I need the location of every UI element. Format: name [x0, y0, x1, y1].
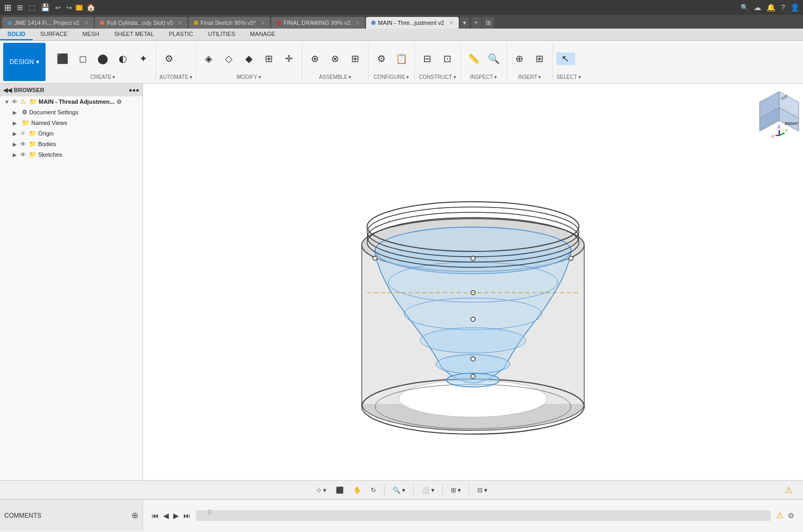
modify-group-label[interactable]: MODIFY ▾ — [199, 74, 299, 81]
cloud-icon[interactable]: ☁ — [752, 3, 763, 12]
redo-icon[interactable]: ↪ — [65, 4, 74, 12]
fit-view-btn[interactable]: ⬛ — [333, 485, 347, 495]
tree-toggle-sketches[interactable]: ▶ — [13, 152, 20, 158]
tree-toggle-namedviews[interactable]: ▶ — [13, 120, 20, 126]
configure-btn[interactable]: ⚙ — [372, 52, 391, 65]
tab-fullcylinder[interactable]: Full Cylinda...ody Slot) v5 ✕ — [95, 17, 188, 29]
timeline-next-btn[interactable]: ⏭ — [183, 511, 191, 520]
account-icon[interactable]: 👤 — [789, 3, 801, 12]
ribbon-tab-plastic[interactable]: PLASTIC — [162, 29, 201, 40]
tab-menu-icon[interactable]: ⊞ — [483, 17, 494, 29]
visibility-icon-sketches[interactable]: 👁 — [20, 151, 26, 158]
viewport[interactable]: RIGHT TOP Z X Y — [143, 84, 803, 480]
notification-icon[interactable]: 🔔 — [765, 3, 777, 12]
orbit-btn[interactable]: ⊹ ▾ — [313, 485, 329, 495]
tab-more-btn[interactable]: ▾ — [460, 17, 469, 29]
joint-btn[interactable]: ⊕ — [306, 52, 325, 65]
visibility-icon-origin[interactable]: 👁 — [20, 130, 26, 137]
snap-btn[interactable]: ⊟ ▾ — [474, 485, 490, 495]
automate-group-label[interactable]: AUTOMATE ▾ — [159, 74, 192, 81]
timeline-start-btn[interactable]: ⏮ — [151, 511, 159, 520]
layers-icon[interactable]: ⬚ — [27, 3, 37, 12]
timeline-settings-btn[interactable]: ⚙ — [788, 511, 795, 520]
ribbon-tab-mesh[interactable]: MESH — [75, 29, 107, 40]
orbit-free-btn[interactable]: ↻ — [368, 485, 379, 495]
shell-btn[interactable]: ⊞ — [260, 52, 279, 65]
sweep-btn[interactable]: ◐ — [113, 52, 132, 65]
browser-collapse-icon[interactable]: ◀◀ — [3, 87, 12, 94]
motion-btn[interactable]: ⊞ — [346, 52, 365, 65]
help-icon[interactable]: ? — [779, 3, 787, 12]
grid-btn[interactable]: ⊞ ▾ — [448, 485, 464, 495]
ribbon-tab-solid[interactable]: SOLID — [0, 29, 33, 40]
tree-item-origin[interactable]: ▶ 👁 📁 Origin — [0, 128, 142, 139]
tab-main[interactable]: MAIN - Thre...justment v2 ✕ — [366, 17, 459, 29]
measure-btn[interactable]: 📏 — [464, 52, 483, 65]
nav-cube[interactable]: RIGHT TOP Z X Y — [755, 89, 798, 137]
visibility-icon-bodies[interactable]: 👁 — [20, 141, 26, 147]
interference-btn[interactable]: 🔍 — [484, 52, 503, 65]
loft-btn[interactable]: ✦ — [133, 52, 153, 65]
select-btn[interactable]: ↖ — [556, 52, 575, 65]
insert-btn[interactable]: ⊕ — [510, 52, 529, 65]
zoom-btn[interactable]: 🔍 ▾ — [389, 485, 408, 495]
tree-toggle-root[interactable]: ▼ — [4, 99, 12, 105]
pan-btn[interactable]: ✋ — [350, 485, 364, 495]
tab-close-btn[interactable]: ✕ — [449, 20, 453, 26]
visibility-icon-root[interactable]: 👁 — [12, 98, 17, 105]
fillet-btn[interactable]: ◇ — [219, 52, 238, 65]
move-btn[interactable]: ✛ — [280, 52, 299, 65]
construct-plane-btn[interactable]: ⊟ — [418, 52, 437, 65]
ribbon-tab-manage[interactable]: MANAGE — [243, 29, 283, 40]
tree-item-named-views[interactable]: ▶ 📁 Named Views — [0, 118, 142, 128]
tree-item-sketches[interactable]: ▶ 👁 📁 Sketches — [0, 149, 142, 160]
configure-group-label[interactable]: CONFIGURE ▾ — [372, 74, 411, 81]
insert-group-label[interactable]: INSERT ▾ — [510, 74, 549, 81]
ribbon-tab-utilities[interactable]: UTILITIES — [201, 29, 243, 40]
settings-icon-root[interactable]: ⚙ — [117, 98, 122, 105]
timeline-track[interactable]: ⚐ — [196, 510, 771, 521]
tree-item-doc-settings[interactable]: ▶ ⚙ Document Settings — [0, 107, 142, 118]
new-tab-btn[interactable]: + — [471, 17, 481, 29]
chamfer-btn[interactable]: ◆ — [239, 52, 258, 65]
tab-close-btn[interactable]: ✕ — [178, 20, 182, 26]
tree-toggle-doc[interactable]: ▶ — [13, 110, 20, 115]
tab-close-btn[interactable]: ✕ — [261, 20, 265, 26]
grid-icon[interactable]: ⊞ — [15, 3, 25, 12]
tree-item-bodies[interactable]: ▶ 👁 📁 Bodies — [0, 139, 142, 149]
select-group-label[interactable]: SELECT ▾ — [556, 74, 582, 81]
design-dropdown[interactable]: DESIGN ▾ — [3, 43, 46, 81]
automate-btn[interactable]: ⚙ — [159, 52, 179, 65]
press-pull-btn[interactable]: ◈ — [199, 52, 218, 65]
revolve-btn[interactable]: ⬤ — [93, 52, 112, 65]
tab-finaldrawing[interactable]: FINAL DRAWING 99% v2 ✕ — [271, 17, 364, 29]
construct-axis-btn[interactable]: ⊡ — [438, 52, 457, 65]
comments-add-btn[interactable]: ⊕ — [131, 510, 138, 520]
inspect-group-label[interactable]: INSPECT ▾ — [464, 74, 503, 81]
assemble-group-label[interactable]: ASSEMBLE ▾ — [306, 74, 365, 81]
undo-icon[interactable]: ↩ — [53, 4, 63, 12]
tree-toggle-origin[interactable]: ▶ — [13, 131, 20, 137]
home-icon[interactable]: 🏠 — [85, 3, 97, 12]
app-menu-icon[interactable]: ⊞ — [2, 3, 13, 13]
tree-toggle-bodies[interactable]: ▶ — [13, 141, 20, 147]
ribbon-tab-surface[interactable]: SURFACE — [33, 29, 75, 40]
asbuilt-btn[interactable]: ⊗ — [326, 52, 345, 65]
timeline-prev-btn[interactable]: ◀ — [163, 511, 169, 520]
ribbon-tab-sheetmetal[interactable]: SHEET METAL — [106, 29, 161, 40]
search-icon[interactable]: 🔍 — [739, 4, 750, 11]
create-group-label[interactable]: CREATE ▾ — [53, 74, 153, 81]
construct-group-label[interactable]: CONSTRUCT ▾ — [418, 74, 457, 81]
extrude-btn[interactable]: ◻ — [73, 52, 92, 65]
tab-close-btn[interactable]: ✕ — [84, 20, 88, 26]
display-mode-btn[interactable]: ⬜ ▾ — [418, 485, 438, 495]
timeline-play-btn[interactable]: ▶ — [173, 511, 179, 520]
browser-options-icon[interactable]: ●●● — [129, 87, 139, 93]
new-component-btn[interactable]: ⬛ — [53, 52, 72, 65]
tab-jme1414[interactable]: JME 1414 Fi... Project v2 ✕ — [2, 17, 94, 29]
tree-item-root[interactable]: ▼ 👁 ⚠ 📁 MAIN - Thread Adjustmen... ⚙ — [0, 96, 142, 107]
decal-btn[interactable]: ⊞ — [530, 52, 549, 65]
rules-btn[interactable]: 📋 — [392, 52, 411, 65]
tab-finalsketch[interactable]: Final Sketch 95% v5* ✕ — [189, 17, 271, 29]
save-icon[interactable]: 💾 — [39, 3, 51, 12]
